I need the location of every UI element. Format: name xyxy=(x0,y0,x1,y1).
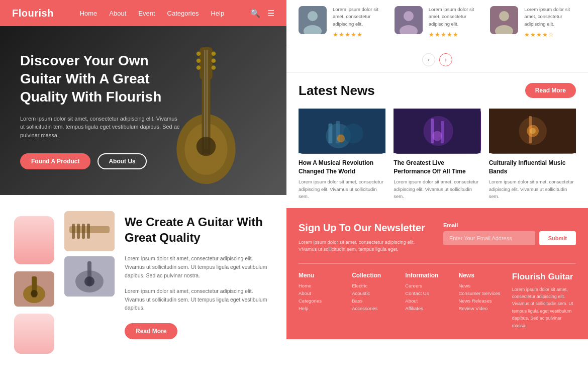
svg-point-32 xyxy=(404,11,414,21)
footer-news-releases[interactable]: News Releases xyxy=(458,298,512,304)
testimonial-avatar-1 xyxy=(299,6,327,34)
footer-links: Menu Home About Categories Help Collecti… xyxy=(299,272,576,329)
svg-point-42 xyxy=(337,134,345,142)
prev-arrow-button[interactable]: ‹ xyxy=(422,53,435,66)
found-product-button[interactable]: Found A Product xyxy=(20,153,90,169)
news-section-header: Latest News Read More xyxy=(299,83,576,99)
section2-text: We Create A Guitar With Great Quality Lo… xyxy=(125,211,272,339)
footer-brand-col: Flourish Guitar Lorem ipsum dolor sit am… xyxy=(512,272,576,329)
footer-info-about[interactable]: About xyxy=(405,298,458,304)
news-image-1 xyxy=(299,109,385,154)
section2-guitar-images xyxy=(64,211,115,297)
footer-information-col: Information Careers Contact Us About Aff… xyxy=(405,272,458,329)
nav-categories[interactable]: Categories xyxy=(167,10,199,17)
nav-icons: 🔍 ☰ xyxy=(250,9,274,18)
footer-collection-col: Collection Electric Acoustic Bass Access… xyxy=(352,272,405,329)
submit-button[interactable]: Submit xyxy=(539,231,576,245)
news-title-1: How A Musical Revolution Changed The Wor… xyxy=(299,159,385,176)
testimonial-avatar-2 xyxy=(395,6,423,34)
hero-buttons: Found A Product About Us xyxy=(20,153,181,169)
nav-help[interactable]: Help xyxy=(211,10,224,17)
testimonial-stars-3: ★★★★☆ xyxy=(524,31,554,38)
hero-subtitle: Lorem ipsum dolor sit amet, consectetur … xyxy=(20,115,181,140)
testimonial-text-1: Lorem ipsum dolor sit amet, consectetur … xyxy=(333,6,384,28)
footer-info-affiliates[interactable]: Affiliates xyxy=(405,306,458,311)
news-card-2: The Greatest Live Performance Off All Ti… xyxy=(394,109,480,200)
testimonials-row: Lorem ipsum dolor sit amet, consectetur … xyxy=(299,6,576,39)
svg-rect-40 xyxy=(328,123,332,143)
menu-icon[interactable]: ☰ xyxy=(267,9,274,18)
svg-point-12 xyxy=(212,65,216,70)
footer-menu-categories[interactable]: Categories xyxy=(299,298,352,304)
footer-collection-bass[interactable]: Bass xyxy=(352,298,405,304)
footer-collection-title: Collection xyxy=(352,272,405,279)
news-title-3: Culturally Influential Music Bands xyxy=(489,159,576,176)
newsletter-input-row: Submit xyxy=(443,231,576,245)
news-card-3: Culturally Influential Music Bands Lorem… xyxy=(489,109,576,200)
svg-rect-22 xyxy=(82,224,85,239)
divider xyxy=(299,263,576,264)
footer-news-col: News News Consumer Services News Release… xyxy=(458,272,512,329)
email-label: Email xyxy=(443,222,576,228)
news-image-3 xyxy=(489,109,576,154)
guitar-image-2 xyxy=(64,256,115,297)
nav-event[interactable]: Event xyxy=(138,10,155,17)
svg-point-10 xyxy=(212,52,216,56)
footer-info-contact[interactable]: Contact Us xyxy=(405,290,458,296)
newsletter-top: Sign Up To Our Newsletter Lorem ipsum do… xyxy=(299,222,576,253)
hero-title: Discover Your Own Guitar With A Great Qu… xyxy=(20,52,181,107)
navbar: Flourish Home About Event Categories Hel… xyxy=(0,0,286,26)
search-icon[interactable]: 🔍 xyxy=(250,9,260,18)
newsletter-right: Email Submit xyxy=(443,222,576,253)
testimonials-section: Lorem ipsum dolor sit amet, consectetur … xyxy=(286,0,588,47)
hero-section: Discover Your Own Guitar With A Great Qu… xyxy=(0,26,286,195)
footer-news-consumer[interactable]: Consumer Services xyxy=(458,290,512,296)
left-panel: Flourish Home About Event Categories Hel… xyxy=(0,0,286,392)
section2: We Create A Guitar With Great Quality Lo… xyxy=(0,195,286,392)
footer-menu-title: Menu xyxy=(299,272,352,279)
svg-point-11 xyxy=(212,58,216,63)
testimonial-text-2: Lorem ipsum dolor sit amet, consectetur … xyxy=(429,6,480,28)
footer-menu-home[interactable]: Home xyxy=(299,283,352,288)
svg-rect-23 xyxy=(87,224,90,239)
svg-rect-21 xyxy=(77,224,80,239)
brand-logo[interactable]: Flourish xyxy=(12,8,54,19)
svg-point-39 xyxy=(343,123,363,143)
footer-news-news[interactable]: News xyxy=(458,283,512,288)
footer-collection-accessories[interactable]: Accessories xyxy=(352,306,405,311)
footer-news-title: News xyxy=(458,272,512,279)
testimonial-content-2: Lorem ipsum dolor sit amet, consectetur … xyxy=(429,6,480,39)
about-us-button[interactable]: About Us xyxy=(97,153,146,169)
svg-point-35 xyxy=(499,11,509,21)
footer-menu-about[interactable]: About xyxy=(299,290,352,296)
testimonial-stars-2: ★★★★★ xyxy=(429,31,459,38)
news-title-2: The Greatest Live Performance Off All Ti… xyxy=(394,159,480,176)
footer-brand-title: Flourish Guitar xyxy=(512,272,576,282)
section2-read-more-button[interactable]: Read More xyxy=(125,323,177,339)
svg-point-27 xyxy=(84,276,94,286)
section2-body2: Lorem ipsum dolor sit amet, consectetur … xyxy=(125,287,272,312)
news-image-2 xyxy=(394,109,480,154)
footer-info-careers[interactable]: Careers xyxy=(405,283,458,288)
pink-card-top xyxy=(14,216,54,264)
svg-rect-20 xyxy=(72,224,75,239)
footer-menu-help[interactable]: Help xyxy=(299,306,352,311)
pagination: ‹ › xyxy=(286,47,588,73)
nav-home[interactable]: Home xyxy=(80,10,97,17)
news-read-more-button[interactable]: Read More xyxy=(525,83,576,98)
footer-news-review[interactable]: Review Video xyxy=(458,306,512,311)
testimonial-item-1: Lorem ipsum dolor sit amet, consectetur … xyxy=(299,6,384,39)
svg-point-29 xyxy=(308,11,318,21)
footer-collection-acoustic[interactable]: Acoustic xyxy=(352,290,405,296)
footer-collection-electric[interactable]: Electric xyxy=(352,283,405,288)
svg-point-47 xyxy=(433,131,443,141)
hero-content: Discover Your Own Guitar With A Great Qu… xyxy=(20,52,181,170)
news-body-3: Lorem ipsum dolor sit amet, consectetur … xyxy=(489,178,576,200)
latest-news-title: Latest News xyxy=(299,83,375,99)
guitar-img-top xyxy=(14,271,54,307)
svg-point-7 xyxy=(197,52,201,56)
email-input[interactable] xyxy=(443,231,535,245)
next-arrow-button[interactable]: › xyxy=(439,53,452,66)
newsletter-left: Sign Up To Our Newsletter Lorem ipsum do… xyxy=(299,222,431,253)
nav-about[interactable]: About xyxy=(109,10,126,17)
